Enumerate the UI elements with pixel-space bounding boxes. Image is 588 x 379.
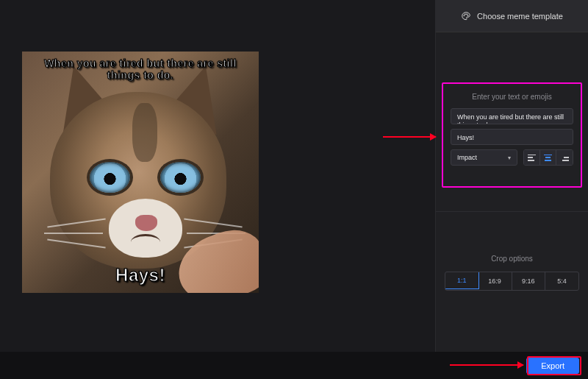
svg-point-2 [467, 13, 467, 14]
crop-option-9-16[interactable]: 9:16 [512, 272, 546, 290]
panel-divider [436, 211, 588, 212]
palette-icon [461, 11, 471, 21]
svg-point-3 [467, 15, 468, 15]
app-root: When you are tired but there are still t… [0, 0, 588, 352]
meme-bottom-text: Hays! [22, 265, 259, 286]
text-section-title: Enter your text or emojis [451, 93, 573, 101]
crop-section: Crop options 1:1 16:9 9:16 5:4 [436, 255, 588, 291]
align-center-button[interactable] [540, 150, 556, 165]
side-panel: Choose meme template Enter your text or … [435, 0, 588, 352]
footer-bar: Export [0, 352, 588, 379]
top-text-input[interactable]: When you are tired but there are still t… [451, 108, 573, 124]
svg-point-1 [465, 13, 465, 14]
font-select-value: Impact [457, 154, 477, 161]
meme-preview[interactable]: When you are tired but there are still t… [22, 52, 259, 293]
canvas-area: When you are tired but there are still t… [0, 0, 435, 352]
crop-option-1-1[interactable]: 1:1 [445, 272, 479, 289]
font-select[interactable]: Impact ▾ [451, 149, 517, 166]
svg-point-0 [464, 15, 465, 15]
crop-option-5-4[interactable]: 5:4 [545, 272, 578, 290]
align-right-button[interactable] [556, 150, 573, 165]
align-right-icon [561, 155, 569, 161]
align-left-button[interactable] [524, 150, 540, 165]
choose-template-button[interactable]: Choose meme template [436, 0, 588, 32]
choose-template-label: Choose meme template [477, 12, 563, 21]
meme-image [22, 52, 259, 293]
bottom-text-input[interactable]: Hays! [451, 129, 573, 145]
align-center-icon [544, 155, 552, 161]
text-section-highlight: Enter your text or emojis When you are t… [442, 82, 582, 188]
crop-section-title: Crop options [445, 255, 579, 263]
align-left-icon [528, 155, 536, 161]
export-button[interactable]: Export [526, 358, 579, 374]
text-align-group [523, 149, 573, 166]
crop-option-16-9[interactable]: 16:9 [478, 272, 512, 290]
chevron-updown-icon: ▾ [508, 155, 511, 161]
crop-options-group: 1:1 16:9 9:16 5:4 [445, 272, 579, 291]
meme-top-text: When you are tired but there are still t… [22, 57, 259, 81]
